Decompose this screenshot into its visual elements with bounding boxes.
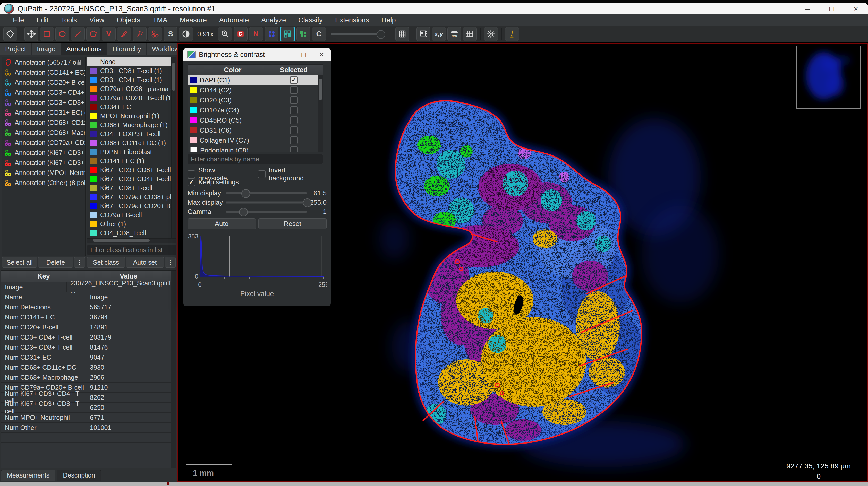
annotation-row[interactable]: Annotation (CD3+ CD4+ T-... bbox=[2, 88, 85, 98]
class-row[interactable]: CD4_CD8_Tcell bbox=[87, 229, 171, 237]
maximize-button[interactable]: □ bbox=[819, 3, 844, 14]
scroll-thumb[interactable] bbox=[172, 63, 175, 91]
overview-thumbnail[interactable] bbox=[796, 45, 861, 109]
table-row[interactable]: Num CD31+ EC9047 bbox=[1, 352, 171, 362]
polygon-tool-button[interactable] bbox=[86, 27, 100, 41]
menu-tma[interactable]: TMA bbox=[147, 14, 174, 26]
dialog-close-button[interactable]: × bbox=[313, 48, 331, 61]
class-row[interactable]: MPO+ Neutrophil (1) bbox=[87, 111, 171, 121]
menu-objects[interactable]: Objects bbox=[111, 14, 147, 26]
table-row[interactable]: Num CD141+ EC36794 bbox=[1, 312, 171, 322]
table-row[interactable]: Num Ki67+ CD3+ CD8+ T-cell6250 bbox=[1, 402, 171, 413]
annotation-more-button[interactable]: ⋮ bbox=[74, 257, 85, 268]
table-row[interactable]: Num CD68+ CD11c+ DC3930 bbox=[1, 362, 171, 372]
tab-project[interactable]: Project bbox=[0, 43, 32, 55]
annotation-row[interactable]: Annotation (CD79a+ CD20... bbox=[2, 138, 85, 148]
class-row[interactable]: Ki67+ CD79a+ CD38+ plasma cell bbox=[87, 193, 171, 201]
annotation-row[interactable]: Annotation (CD68+ Macro... bbox=[2, 128, 85, 138]
wand-tool-button[interactable] bbox=[133, 27, 147, 41]
class-row[interactable]: CD3+ CD4+ T-cell (1) bbox=[87, 75, 171, 85]
annotation-row[interactable]: Annotation (MPO+ Neutro... bbox=[2, 168, 85, 178]
opacity-slider[interactable] bbox=[331, 33, 385, 35]
class-row[interactable]: CD141+ EC (1) bbox=[87, 157, 171, 165]
auto-set-button[interactable]: Auto set bbox=[126, 257, 164, 268]
close-button[interactable]: × bbox=[844, 3, 868, 14]
slider-track[interactable] bbox=[226, 201, 307, 204]
table-row[interactable]: Num CD3+ CD4+ T-cell203179 bbox=[1, 332, 171, 343]
annotation-row[interactable]: Annotation (Other) (8 points) bbox=[2, 178, 85, 188]
move-tool-button[interactable] bbox=[25, 27, 38, 41]
channel-checkbox[interactable] bbox=[290, 86, 298, 94]
annotation-row[interactable]: Annotation (Ki67+ CD3+ C... bbox=[2, 148, 85, 158]
polyline-tool-button[interactable]: V bbox=[102, 27, 116, 41]
show-location-button[interactable]: x,y bbox=[432, 27, 446, 41]
brush-tool-button[interactable] bbox=[117, 27, 131, 41]
show-annotations-button[interactable] bbox=[234, 27, 248, 41]
measurements-scrollbar[interactable] bbox=[171, 270, 176, 468]
slider-knob[interactable] bbox=[241, 189, 250, 198]
channel-row[interactable]: DAPI (C1) bbox=[188, 75, 323, 85]
set-class-button[interactable]: Set class bbox=[87, 257, 125, 268]
show-names-button[interactable]: N bbox=[249, 27, 263, 41]
minimize-button[interactable]: – bbox=[795, 3, 819, 14]
table-row[interactable]: Num CD20+ B-cell14891 bbox=[1, 322, 171, 332]
channel-table-scrollbar[interactable] bbox=[318, 75, 323, 152]
show-tma-grid-button[interactable] bbox=[265, 27, 278, 41]
dialog-title-bar[interactable]: Brightness & contrast – □ × bbox=[183, 48, 331, 61]
reset-button[interactable]: Reset bbox=[258, 218, 327, 229]
dialog-maximize-button[interactable]: □ bbox=[294, 48, 313, 61]
channel-checkbox[interactable] bbox=[290, 106, 298, 114]
annotation-row[interactable]: Annotation (CD3+ CD8+ T-... bbox=[2, 98, 85, 107]
table-row[interactable]: Num CD68+ Macrophage2906 bbox=[1, 372, 171, 383]
pin-tool-button[interactable] bbox=[505, 27, 519, 41]
channel-row[interactable]: CD44 (C2) bbox=[188, 85, 323, 95]
show-classification-button[interactable]: C bbox=[312, 27, 326, 41]
channel-checkbox[interactable] bbox=[290, 136, 298, 144]
show-overview-button[interactable] bbox=[416, 27, 430, 41]
annotation-row[interactable]: Annotation (CD31+ EC) (14... bbox=[2, 107, 85, 118]
menu-file[interactable]: File bbox=[7, 14, 30, 26]
class-row[interactable]: CD79a+ CD20+ B-cell (1) bbox=[87, 93, 171, 102]
table-row[interactable]: Num Other101001 bbox=[1, 423, 171, 433]
class-list-vertical-scrollbar[interactable] bbox=[172, 57, 176, 238]
class-row[interactable]: Ki67+ CD8+ T-cell bbox=[87, 184, 171, 193]
show-detections-button[interactable] bbox=[280, 27, 295, 41]
menu-help[interactable]: Help bbox=[375, 14, 402, 26]
class-row[interactable]: Other (1) bbox=[87, 220, 171, 229]
ellipse-tool-button[interactable] bbox=[55, 27, 69, 41]
menu-tools[interactable]: Tools bbox=[55, 14, 83, 26]
fill-detections-button[interactable] bbox=[297, 27, 310, 41]
table-row[interactable]: Num Detections565717 bbox=[1, 302, 171, 312]
line-tool-button[interactable] bbox=[71, 27, 85, 41]
channel-checkbox[interactable] bbox=[290, 76, 298, 84]
tab-annotations[interactable]: Annotations bbox=[61, 43, 107, 55]
slider-track[interactable] bbox=[226, 210, 307, 213]
slider-track[interactable] bbox=[226, 192, 307, 194]
channel-checkbox[interactable] bbox=[290, 96, 298, 104]
show-grayscale-checkbox[interactable] bbox=[187, 170, 195, 178]
class-row[interactable]: CD68+ Macrophage (1) bbox=[87, 121, 171, 129]
class-row[interactable]: Ki67+ CD79a+ CD20+ B-cell bbox=[87, 201, 171, 210]
menu-automate[interactable]: Automate bbox=[213, 14, 255, 26]
scroll-thumb[interactable] bbox=[93, 239, 150, 242]
channel-row[interactable]: Collagen IV (C7) bbox=[188, 135, 323, 145]
channel-checkbox[interactable] bbox=[290, 116, 298, 124]
opacity-slider-knob[interactable] bbox=[377, 30, 385, 39]
menu-extensions[interactable]: Extensions bbox=[329, 14, 375, 26]
zoom-to-fit-button[interactable] bbox=[218, 27, 232, 41]
menu-classify[interactable]: Classify bbox=[292, 14, 329, 26]
class-row[interactable]: CD3+ CD8+ T-cell (1) bbox=[87, 66, 171, 75]
annotation-row[interactable]: Annotation (CD68+ CD11c... bbox=[2, 118, 85, 128]
table-row[interactable]: Image230726_HNSCC_P13_Scan3.qptiff ... bbox=[1, 282, 171, 292]
class-row[interactable]: Ki67+ CD3+ CD4+ T-cell (1) bbox=[87, 174, 171, 184]
class-row[interactable]: CD68+ CD11c+ DC (1) bbox=[87, 138, 171, 148]
tab-hierarchy[interactable]: Hierarchy bbox=[107, 43, 147, 55]
measurement-maps-button[interactable] bbox=[395, 27, 409, 41]
annotation-row[interactable]: Annotation (CD20+ B-cell) ... bbox=[2, 77, 85, 88]
dialog-minimize-button[interactable]: – bbox=[277, 48, 294, 61]
channel-filter-input[interactable] bbox=[188, 154, 323, 164]
channel-row[interactable]: CD31 (C6) bbox=[188, 125, 323, 135]
channel-row[interactable]: CD20 (C3) bbox=[188, 95, 323, 105]
points-tool-button[interactable] bbox=[148, 27, 162, 41]
class-row[interactable]: Ki67+ CD3+ CD8+ T-cell (1) bbox=[87, 165, 171, 174]
